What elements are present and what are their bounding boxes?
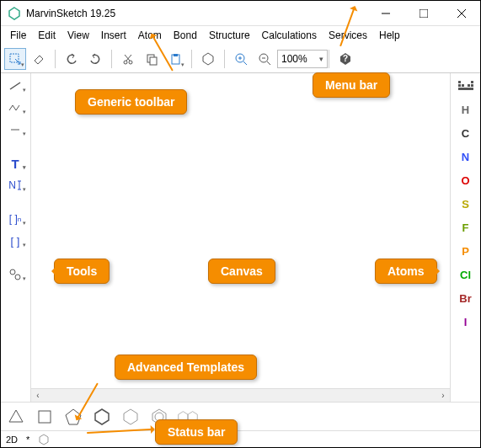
svg-rect-34 xyxy=(462,84,464,87)
template-cyclopentane[interactable] xyxy=(63,407,83,427)
svg-point-7 xyxy=(129,61,132,64)
template-cyclohexane-bold[interactable] xyxy=(92,407,112,427)
menu-atom[interactable]: Atom xyxy=(132,28,168,43)
atom-br[interactable]: Br xyxy=(454,289,478,307)
menu-services[interactable]: Services xyxy=(323,28,373,43)
name-tool[interactable]: N xyxy=(3,176,28,195)
tools-sidebar: T N [ ]n [ ] xyxy=(1,73,31,402)
horizontal-scrollbar[interactable]: ‹ › xyxy=(31,388,450,402)
clean-button[interactable] xyxy=(197,48,219,70)
menu-bond[interactable]: Bond xyxy=(168,28,203,43)
status-icon[interactable] xyxy=(38,434,50,445)
bracket-n-label: [ ] xyxy=(9,213,18,225)
bracket-label: [ ] xyxy=(11,235,20,248)
svg-line-24 xyxy=(10,83,20,89)
template-cyclopropane[interactable] xyxy=(6,407,26,427)
charge-tool[interactable] xyxy=(3,265,28,284)
titlebar: MarvinSketch 19.25 xyxy=(1,1,480,26)
svg-rect-13 xyxy=(174,54,178,56)
atom-c[interactable]: C xyxy=(454,124,478,142)
atom-cl[interactable]: Cl xyxy=(454,265,478,284)
undo-button[interactable] xyxy=(61,48,83,70)
window-controls xyxy=(366,1,480,26)
svg-rect-36 xyxy=(471,84,473,87)
generic-toolbar: ▾ ? xyxy=(1,45,480,73)
atom-o[interactable]: O xyxy=(454,171,478,189)
text-tool[interactable]: T xyxy=(3,154,28,173)
erase-tool[interactable] xyxy=(28,48,50,70)
atom-p[interactable]: P xyxy=(454,242,478,260)
copy-button[interactable] xyxy=(141,48,163,70)
periodic-table-button[interactable] xyxy=(454,77,478,95)
separator xyxy=(191,50,192,68)
chain-tool[interactable] xyxy=(3,99,28,117)
atom-f[interactable]: F xyxy=(454,218,478,237)
atom-s[interactable]: S xyxy=(454,195,478,213)
menu-file[interactable]: File xyxy=(4,28,32,43)
svg-marker-0 xyxy=(9,8,19,19)
svg-marker-45 xyxy=(179,411,188,422)
svg-rect-35 xyxy=(468,84,470,87)
svg-marker-42 xyxy=(124,409,137,424)
separator xyxy=(224,50,225,68)
single-bond-tool[interactable] xyxy=(3,77,28,95)
menu-calculations[interactable]: Calculations xyxy=(256,28,323,43)
template-naphthalene[interactable] xyxy=(178,407,198,427)
svg-point-6 xyxy=(124,61,127,64)
bracket-tool[interactable]: [ ] xyxy=(3,232,28,250)
svg-marker-40 xyxy=(66,409,81,424)
svg-rect-32 xyxy=(471,81,473,83)
svg-line-20 xyxy=(267,61,270,65)
atom-n[interactable]: N xyxy=(454,147,478,166)
zoom-in-button[interactable] xyxy=(230,48,252,70)
svg-marker-43 xyxy=(152,409,166,424)
template-cyclohexane[interactable] xyxy=(120,407,141,427)
cut-button[interactable] xyxy=(117,48,139,70)
selection-tool[interactable] xyxy=(4,48,26,70)
svg-marker-38 xyxy=(9,410,23,422)
redo-button[interactable] xyxy=(84,48,106,70)
zoom-out-button[interactable] xyxy=(254,48,275,70)
svg-marker-41 xyxy=(95,409,109,424)
svg-marker-47 xyxy=(40,435,48,445)
paste-button[interactable] xyxy=(164,48,186,70)
menu-help[interactable]: Help xyxy=(373,28,406,43)
svg-point-29 xyxy=(10,269,15,275)
text-t-label: T xyxy=(11,157,19,171)
svg-marker-46 xyxy=(188,411,197,422)
atom-i[interactable]: I xyxy=(454,312,478,331)
templates-bar xyxy=(1,402,480,430)
scroll-left-icon[interactable]: ‹ xyxy=(31,391,45,400)
template-cyclobutane[interactable] xyxy=(35,407,55,427)
minimize-button[interactable] xyxy=(366,1,404,26)
menubar: File Edit View Insert Atom Bond Structur… xyxy=(1,26,480,45)
maximize-button[interactable] xyxy=(404,1,442,26)
status-mark: * xyxy=(26,435,29,445)
svg-rect-2 xyxy=(420,9,428,18)
canvas[interactable] xyxy=(31,73,450,388)
svg-marker-14 xyxy=(203,53,213,65)
separator xyxy=(329,50,329,68)
template-benzene[interactable] xyxy=(149,407,169,427)
statusbar: 2D * xyxy=(1,430,480,447)
menu-edit[interactable]: Edit xyxy=(32,28,61,43)
canvas-area: ‹ › xyxy=(31,73,450,402)
close-button[interactable] xyxy=(442,1,480,26)
separator xyxy=(55,50,56,68)
name-n-label: N xyxy=(8,179,16,191)
svg-text:?: ? xyxy=(343,54,348,63)
svg-rect-37 xyxy=(458,88,473,90)
help-button[interactable]: ? xyxy=(334,48,356,70)
svg-point-30 xyxy=(15,275,20,280)
content-area: T N [ ]n [ ] ‹ › H C N O S F P Cl Br I xyxy=(1,73,480,402)
app-icon xyxy=(8,7,21,20)
bracket-n-tool[interactable]: [ ]n xyxy=(3,210,28,228)
status-mode[interactable]: 2D xyxy=(6,435,18,445)
atoms-sidebar: H C N O S F P Cl Br I xyxy=(450,73,480,402)
menu-view[interactable]: View xyxy=(61,28,95,43)
scroll-right-icon[interactable]: › xyxy=(436,391,450,400)
menu-structure[interactable]: Structure xyxy=(203,28,256,43)
atom-h[interactable]: H xyxy=(454,100,478,119)
menu-insert[interactable]: Insert xyxy=(95,28,132,43)
dash-tool[interactable] xyxy=(3,120,28,139)
